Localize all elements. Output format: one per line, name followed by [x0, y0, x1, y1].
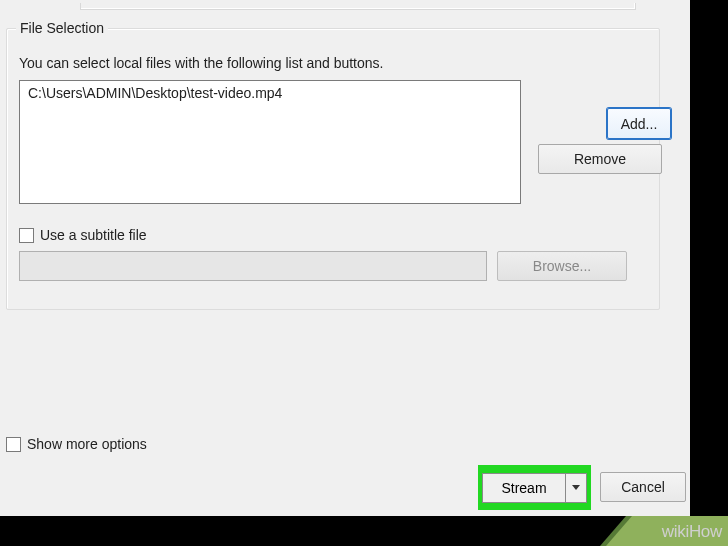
file-selection-title: File Selection — [16, 20, 108, 36]
top-panel-groove — [80, 3, 636, 10]
browse-button: Browse... — [497, 251, 627, 281]
add-button-label: Add... — [621, 116, 658, 132]
file-list-item[interactable]: C:\Users\ADMIN\Desktop\test-video.mp4 — [28, 85, 512, 101]
wikihow-highlight: Stream — [478, 465, 591, 510]
use-subtitle-label: Use a subtitle file — [40, 227, 147, 243]
chevron-down-icon — [572, 485, 580, 490]
file-selection-group: File Selection You can select local file… — [6, 28, 660, 310]
show-more-options-checkbox[interactable] — [6, 437, 21, 452]
stream-button-label: Stream — [501, 480, 546, 496]
subtitle-path-input — [19, 251, 487, 281]
show-more-options-row[interactable]: Show more options — [6, 436, 147, 452]
file-selection-help: You can select local files with the foll… — [19, 55, 383, 71]
wikihow-watermark: wikiHow — [662, 522, 722, 542]
add-button[interactable]: Add... — [607, 108, 671, 139]
show-more-options-label: Show more options — [27, 436, 147, 452]
use-subtitle-row[interactable]: Use a subtitle file — [19, 227, 147, 243]
stream-split-button[interactable]: Stream — [482, 473, 587, 503]
use-subtitle-checkbox[interactable] — [19, 228, 34, 243]
file-list[interactable]: C:\Users\ADMIN\Desktop\test-video.mp4 — [19, 80, 521, 204]
cancel-button-label: Cancel — [621, 479, 665, 495]
cancel-button[interactable]: Cancel — [600, 472, 686, 502]
dialog-window: File Selection You can select local file… — [0, 0, 690, 516]
browse-button-label: Browse... — [533, 258, 591, 274]
stream-dropdown-button[interactable] — [565, 473, 587, 503]
stream-button[interactable]: Stream — [482, 473, 565, 503]
remove-button-label: Remove — [574, 151, 626, 167]
remove-button[interactable]: Remove — [538, 144, 662, 174]
